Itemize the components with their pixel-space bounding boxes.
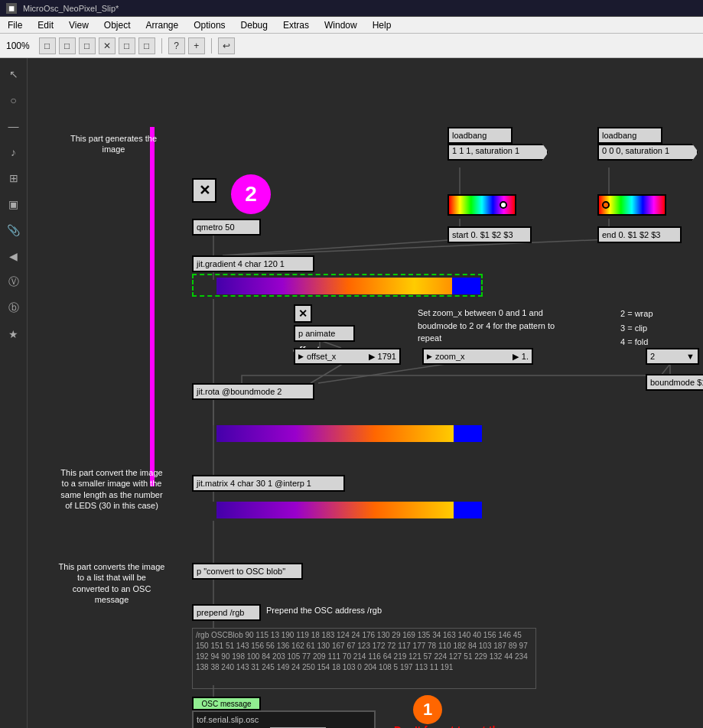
toolbar-btn-5[interactable]: □ [138, 37, 155, 54]
menu-window[interactable]: Window [317, 17, 365, 33]
toolbar-btn-help[interactable]: ? [168, 37, 185, 54]
number-badge-2: 2 [231, 174, 271, 214]
prepend-rgb-box[interactable]: prepend /rgb [192, 604, 261, 621]
sidebar-minus-icon[interactable]: — [4, 116, 24, 136]
p-animate-box[interactable]: p animate [294, 325, 355, 342]
boundmode-box[interactable]: boundmode $1 [646, 374, 703, 391]
toggle-1[interactable]: ✕ [192, 178, 216, 203]
sidebar-music-icon[interactable]: ♪ [4, 142, 24, 162]
patch-container: This part generates the image This part … [28, 58, 703, 728]
svg-line-7 [230, 239, 609, 255]
sidebar-image-icon[interactable]: ▣ [4, 194, 24, 214]
color-bar-1 [216, 278, 480, 294]
start-box[interactable]: start 0. $1 $2 $3 [448, 226, 532, 243]
toolbar-btn-add[interactable]: + [188, 37, 205, 54]
color-bar-2 [216, 425, 454, 442]
title-bar: ◼ MicroOsc_NeoPixel_Slip* [0, 0, 703, 17]
sidebar-b-icon[interactable]: ⓑ [4, 298, 24, 318]
number-badge-1: 1 [413, 695, 442, 724]
toolbar-separator-2 [211, 38, 212, 54]
boundmode-dropdown[interactable]: 2 ▼ [646, 348, 699, 365]
zoom-level[interactable]: 100% [6, 41, 30, 51]
jit-rota-box[interactable]: jit.rota @boundmode 2 [192, 383, 314, 400]
label-converts-smaller: This part convert the image to a smaller… [58, 467, 165, 511]
toolbar-btn-1[interactable]: □ [39, 37, 56, 54]
menu-help[interactable]: Help [365, 17, 399, 33]
label-converts-list: This part converts the image to a list t… [58, 561, 165, 605]
toolbar-separator [161, 38, 162, 54]
end-box[interactable]: end 0. $1 $2 $3 [597, 226, 682, 243]
sidebar-v-icon[interactable]: Ⓥ [4, 272, 24, 292]
menu-edit[interactable]: Edit [30, 17, 61, 33]
jit-gradient-box[interactable]: jit.gradient 4 char 120 1 [192, 255, 314, 272]
app-icon: ◼ [6, 3, 17, 14]
label-generates-image: This part generates the image [66, 133, 161, 155]
offset-x-box[interactable]: ▶ offset_x ▶ 1791 [294, 348, 401, 365]
osc-blob-text: /rgb OSCBlob 90 115 13 190 119 18 183 12… [192, 628, 536, 689]
loadbang-1[interactable]: loadbang [448, 127, 513, 144]
sidebar-send-icon[interactable]: ◀ [4, 246, 24, 266]
color-bar-1-blue [452, 278, 480, 294]
p-convert-box[interactable]: p "convert to OSC blob" [192, 563, 303, 580]
menu-arrange[interactable]: Arrange [138, 17, 187, 33]
sidebar-clip-icon[interactable]: 📎 [4, 220, 24, 240]
osc-message-badge-top: OSC message [192, 697, 261, 710]
jit-matrix-box[interactable]: jit.matrix 4 char 30 1 @interp 1 [192, 475, 345, 492]
pink-bar [150, 127, 155, 486]
color-picker-1[interactable] [448, 194, 516, 216]
menu-file[interactable]: File [0, 17, 30, 33]
serial-control-box: tof.serial.slip.osc 115200 refresh ports… [192, 710, 376, 728]
saturation-2[interactable]: 0 0 0, saturation 1 [597, 144, 698, 161]
qmetro-box[interactable]: qmetro 50 [192, 219, 261, 236]
zoom-comment: Set zoom_x between 0 and 1 and boudmode … [418, 307, 555, 345]
menu-object[interactable]: Object [96, 17, 138, 33]
menu-debug[interactable]: Debug [233, 17, 275, 33]
toolbar-btn-2[interactable]: □ [59, 37, 76, 54]
toolbar-btn-3[interactable]: □ [79, 37, 96, 54]
window-title: MicroOsc_NeoPixel_Slip* [23, 4, 119, 13]
toolbar-btn-undo[interactable]: ↩ [218, 37, 235, 54]
toolbar: 100% □ □ □ ✕ □ □ ? + ↩ [0, 34, 703, 58]
svg-line-6 [223, 239, 460, 255]
menu-extras[interactable]: Extras [275, 17, 317, 33]
sidebar-star-icon[interactable]: ★ [4, 324, 24, 344]
left-sidebar: ↖ ○ — ♪ ⊞ ▣ 📎 ◀ Ⓥ ⓑ ★ [0, 58, 28, 728]
serial-path-label: tof.serial.slip.osc [197, 715, 371, 724]
wrap-clip-fold-comment: 2 = wrap 3 = clip 4 = fold [620, 307, 653, 349]
color-bar-3 [216, 502, 454, 518]
toggle-animate[interactable]: ✕ [294, 304, 312, 323]
menu-view[interactable]: View [61, 17, 96, 33]
svg-line-14 [318, 362, 456, 383]
svg-line-13 [311, 362, 345, 383]
sidebar-circle-icon[interactable]: ○ [4, 90, 24, 110]
saturation-1[interactable]: 1 1 1, saturation 1 [448, 144, 548, 161]
menu-bar: File Edit View Object Arrange Options De… [0, 17, 703, 34]
sidebar-pointer-icon[interactable]: ↖ [4, 64, 24, 84]
canvas-area: This part generates the image This part … [28, 58, 703, 728]
main-area: ↖ ○ — ♪ ⊞ ▣ 📎 ◀ Ⓥ ⓑ ★ [0, 58, 703, 728]
menu-options[interactable]: Options [186, 17, 233, 33]
sidebar-grid-icon[interactable]: ⊞ [4, 168, 24, 188]
color-bar-2-blue [454, 425, 482, 442]
zoom-x-box[interactable]: ▶ zoom_x ▶ 1. [422, 348, 533, 365]
toolbar-btn-4[interactable]: □ [119, 37, 135, 54]
warning-text: Don't forget to set the proper baud and … [394, 723, 505, 728]
color-picker-2[interactable] [597, 194, 666, 216]
loadbang-2[interactable]: loadbang [597, 127, 662, 144]
toolbar-btn-close[interactable]: ✕ [99, 37, 116, 54]
color-bar-3-blue [454, 502, 482, 518]
prepend-label: Prepend the OSC address /rgb [266, 606, 382, 615]
